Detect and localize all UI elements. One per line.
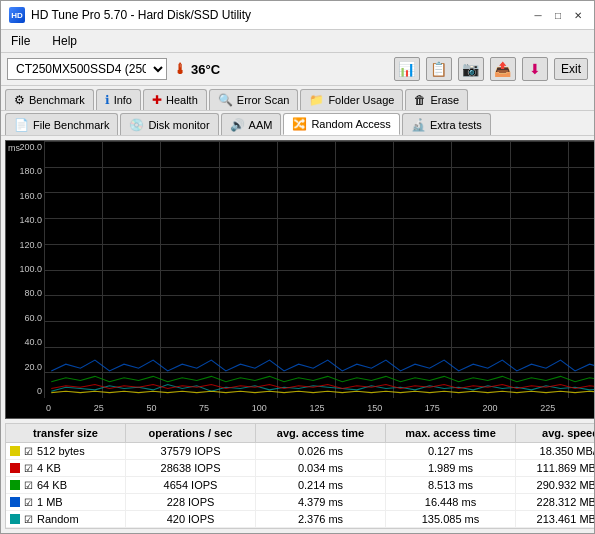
x-axis: 0 25 50 75 100 125 150 175 200 225 250gB (44, 398, 594, 418)
y-label-60: 60.0 (8, 314, 42, 323)
y-label-140: 140.0 (8, 216, 42, 225)
title-bar: HD HD Tune Pro 5.70 - Hard Disk/SSD Util… (1, 1, 594, 30)
table-header: transfer size operations / sec avg. acce… (6, 424, 594, 443)
table-row: ☑ 64 KB 4654 IOPS 0.214 ms 8.513 ms 290.… (6, 477, 594, 494)
row-1mb-max: 16.448 ms (386, 494, 516, 510)
menu-help[interactable]: Help (46, 32, 83, 50)
table-row: ☑ 512 bytes 37579 IOPS 0.026 ms 0.127 ms… (6, 443, 594, 460)
menu-file[interactable]: File (5, 32, 36, 50)
color-512 (10, 446, 20, 456)
window-title: HD Tune Pro 5.70 - Hard Disk/SSD Utility (31, 8, 251, 22)
y-label-40: 40.0 (8, 338, 42, 347)
row-512-speed: 18.350 MB/s (516, 443, 594, 459)
toolbar-icon-4[interactable]: 📤 (490, 57, 516, 81)
tab-error-scan[interactable]: 🔍 Error Scan (209, 89, 299, 110)
maximize-button[interactable]: □ (550, 7, 566, 23)
chart-plot (44, 141, 594, 398)
tab-random-access[interactable]: 🔀 Random Access (283, 113, 399, 135)
data-table: transfer size operations / sec avg. acce… (5, 423, 594, 529)
y-label-160: 160.0 (8, 192, 42, 201)
thermometer-icon: 🌡 (173, 61, 187, 77)
tab-bar: ⚙ Benchmark ℹ Info ✚ Health 🔍 Error Scan… (1, 86, 594, 111)
erase-icon: 🗑 (414, 93, 426, 107)
tab-disk-monitor[interactable]: 💿 Disk monitor (120, 113, 218, 135)
benchmark-icon: ⚙ (14, 93, 25, 107)
tab-erase[interactable]: 🗑 Erase (405, 89, 468, 110)
temperature-display: 🌡 36°C (173, 61, 220, 77)
y-label-120: 120.0 (8, 241, 42, 250)
x-label-100: 100 (252, 403, 267, 413)
x-label-200: 200 (483, 403, 498, 413)
row-random-max: 135.085 ms (386, 511, 516, 527)
row-random-avg: 2.376 ms (256, 511, 386, 527)
col-transfer-size: transfer size (6, 424, 126, 442)
main-window: HD HD Tune Pro 5.70 - Hard Disk/SSD Util… (0, 0, 595, 534)
tab-bar-2: 📄 File Benchmark 💿 Disk monitor 🔊 AAM 🔀 … (1, 111, 594, 136)
row-4kb-max: 1.989 ms (386, 460, 516, 476)
row-1mb-ops: 228 IOPS (126, 494, 256, 510)
x-label-150: 150 (367, 403, 382, 413)
tab-file-benchmark[interactable]: 📄 File Benchmark (5, 113, 118, 135)
temperature-value: 36°C (191, 62, 220, 77)
color-4kb (10, 463, 20, 473)
row-random-ops: 420 IOPS (126, 511, 256, 527)
x-label-50: 50 (146, 403, 156, 413)
tab-info[interactable]: ℹ Info (96, 89, 141, 110)
x-label-175: 175 (425, 403, 440, 413)
disk-monitor-icon: 💿 (129, 118, 144, 132)
col-ops: operations / sec (126, 424, 256, 442)
row-512-max: 0.127 ms (386, 443, 516, 459)
toolbar-icon-5[interactable]: ⬇ (522, 57, 548, 81)
toolbar: CT250MX500SSD4 (250 gB) 🌡 36°C 📊 📋 📷 📤 ⬇… (1, 53, 594, 86)
toolbar-icon-3[interactable]: 📷 (458, 57, 484, 81)
toolbar-icon-1[interactable]: 📊 (394, 57, 420, 81)
exit-button[interactable]: Exit (554, 58, 588, 80)
tab-folder-usage[interactable]: 📁 Folder Usage (300, 89, 403, 110)
row-512-label: ☑ 512 bytes (6, 443, 126, 459)
error-scan-icon: 🔍 (218, 93, 233, 107)
row-random-speed: 213.461 MB/s (516, 511, 594, 527)
tab-benchmark[interactable]: ⚙ Benchmark (5, 89, 94, 110)
file-benchmark-icon: 📄 (14, 118, 29, 132)
row-1mb-label: ☑ 1 MB (6, 494, 126, 510)
aam-icon: 🔊 (230, 118, 245, 132)
close-button[interactable]: ✕ (570, 7, 586, 23)
table-row: ☑ 1 MB 228 IOPS 4.379 ms 16.448 ms 228.3… (6, 494, 594, 511)
folder-usage-icon: 📁 (309, 93, 324, 107)
x-label-0: 0 (46, 403, 51, 413)
minimize-button[interactable]: ─ (530, 7, 546, 23)
row-random-label: ☑ Random (6, 511, 126, 527)
y-label-180: 180.0 (8, 167, 42, 176)
table-row: ☑ Random 420 IOPS 2.376 ms 135.085 ms 21… (6, 511, 594, 528)
row-4kb-avg: 0.034 ms (256, 460, 386, 476)
tab-aam[interactable]: 🔊 AAM (221, 113, 282, 135)
window-controls: ─ □ ✕ (530, 7, 586, 23)
row-1mb-avg: 4.379 ms (256, 494, 386, 510)
main-content: ms 200.0 180.0 160.0 140.0 120.0 100.0 8… (1, 136, 594, 533)
drive-select[interactable]: CT250MX500SSD4 (250 gB) (7, 58, 167, 80)
col-avg-access: avg. access time (256, 424, 386, 442)
y-label-200: 200.0 (8, 143, 42, 152)
x-label-225: 225 (540, 403, 555, 413)
row-64kb-speed: 290.932 MB/s (516, 477, 594, 493)
x-label-75: 75 (199, 403, 209, 413)
info-icon: ℹ (105, 93, 110, 107)
row-4kb-label: ☑ 4 KB (6, 460, 126, 476)
table-row: ☑ 4 KB 28638 IOPS 0.034 ms 1.989 ms 111.… (6, 460, 594, 477)
y-label-20: 20.0 (8, 363, 42, 372)
app-icon: HD (9, 7, 25, 23)
random-access-icon: 🔀 (292, 117, 307, 131)
row-4kb-ops: 28638 IOPS (126, 460, 256, 476)
menu-bar: File Help (1, 30, 594, 53)
y-label-80: 80.0 (8, 289, 42, 298)
row-512-ops: 37579 IOPS (126, 443, 256, 459)
tab-health[interactable]: ✚ Health (143, 89, 207, 110)
row-4kb-speed: 111.869 MB/s (516, 460, 594, 476)
tab-extra-tests[interactable]: 🔬 Extra tests (402, 113, 491, 135)
y-label-0: 0 (8, 387, 42, 396)
row-64kb-max: 8.513 ms (386, 477, 516, 493)
row-64kb-ops: 4654 IOPS (126, 477, 256, 493)
col-avg-speed: avg. speed (516, 424, 594, 442)
toolbar-icon-2[interactable]: 📋 (426, 57, 452, 81)
y-label-100: 100.0 (8, 265, 42, 274)
